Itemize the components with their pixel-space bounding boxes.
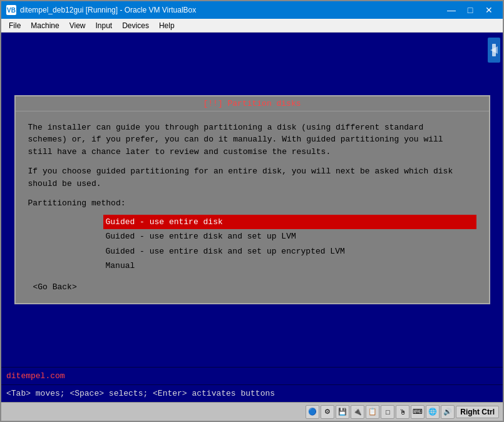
menu-help[interactable]: Help: [154, 20, 180, 31]
status-icon-10[interactable]: 🔊: [441, 405, 455, 419]
status-icon-8[interactable]: ⌨: [411, 405, 424, 419]
title-bar-controls: — □ ✕: [443, 3, 498, 17]
status-icon-6[interactable]: □: [381, 405, 394, 419]
minimize-button[interactable]: —: [443, 3, 460, 17]
window-title: ditempel_deb12gui [Running] - Oracle VM …: [20, 6, 196, 14]
menu-bar: File Machine View Input Devices Help: [1, 19, 503, 33]
go-back-button[interactable]: <Go Back>: [33, 281, 476, 294]
side-panel-icon[interactable]: [488, 38, 500, 63]
bottom-bar: ditempel.com: [1, 367, 503, 384]
close-button[interactable]: ✕: [480, 3, 498, 17]
option-guided-entire-disk[interactable]: Guided - use entire disk: [103, 215, 476, 230]
status-icon-4[interactable]: 🔌: [351, 405, 364, 419]
menu-input[interactable]: Input: [91, 20, 118, 31]
status-icon-3[interactable]: 💾: [336, 405, 349, 419]
title-bar-left: VB ditempel_deb12gui [Running] - Oracle …: [6, 5, 196, 15]
status-icon-2[interactable]: ⚙: [321, 405, 334, 419]
vm-screen: [!!] Partition disks The installer can g…: [1, 33, 503, 402]
partition-method-label: Partitioning method:: [28, 197, 476, 210]
right-ctrl-label: Right Ctrl: [456, 406, 499, 418]
menu-view[interactable]: View: [64, 20, 91, 31]
description-paragraph2: If you choose guided partitioning for an…: [28, 165, 476, 190]
status-icon-9[interactable]: 🌐: [426, 405, 440, 419]
option-guided-encrypted-lvm[interactable]: Guided - use entire disk and set up encr…: [103, 244, 476, 259]
installer-area: [!!] Partition disks The installer can g…: [1, 33, 503, 367]
dialog-title: [!!] Partition disks: [16, 96, 489, 111]
menu-file[interactable]: File: [4, 20, 26, 31]
option-guided-lvm[interactable]: Guided - use entire disk and set up LVM: [103, 229, 476, 244]
option-manual[interactable]: Manual: [103, 259, 476, 274]
dialog-content: The installer can guide you through part…: [16, 111, 489, 304]
keyboard-hint-text: <Tab> moves; <Space> selects; <Enter> ac…: [6, 389, 275, 398]
status-icons: 🔵 ⚙ 💾 🔌 📋 □ 🖱 ⌨ 🌐 🔊: [306, 405, 455, 419]
description-paragraph1: The installer can guide you through part…: [28, 121, 476, 158]
status-icon-5[interactable]: 📋: [366, 405, 379, 419]
maximize-button[interactable]: □: [461, 3, 479, 17]
menu-machine[interactable]: Machine: [26, 20, 64, 31]
title-bar: VB ditempel_deb12gui [Running] - Oracle …: [1, 1, 503, 19]
menu-devices[interactable]: Devices: [117, 20, 154, 31]
status-bar: 🔵 ⚙ 💾 🔌 📋 □ 🖱 ⌨ 🌐 🔊 Right Ctrl: [1, 402, 503, 421]
partition-dialog: [!!] Partition disks The installer can g…: [14, 95, 490, 305]
website-label: ditempel.com: [6, 371, 65, 381]
keyboard-hint-bar: <Tab> moves; <Space> selects; <Enter> ac…: [1, 384, 503, 402]
virtualbox-window: VB ditempel_deb12gui [Running] - Oracle …: [0, 0, 504, 422]
status-icon-1[interactable]: 🔵: [306, 405, 319, 419]
status-icon-7[interactable]: 🖱: [396, 405, 409, 419]
options-list: Guided - use entire disk Guided - use en…: [103, 215, 476, 274]
app-icon: VB: [6, 5, 16, 15]
